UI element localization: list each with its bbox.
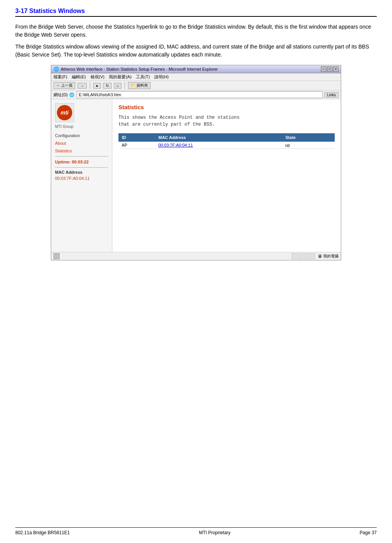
menu-tools[interactable]: 工具(T) [136,74,150,80]
row-state: up [282,142,335,149]
menu-favorites[interactable]: 我的最愛(A) [109,74,131,80]
page-header: 3-17 Statistics Windows [15,8,377,17]
sidebar: mti MTI Group Configuration About Statis… [51,99,112,252]
restore-button[interactable]: □ [327,66,332,72]
about-link[interactable]: About [55,141,108,145]
minimize-button[interactable]: − [321,66,326,72]
menu-view[interactable]: 檢視(V) [91,74,105,80]
logo-icon: mti [57,105,72,120]
sidebar-divider-2 [55,167,108,168]
sidebar-logo: mti [55,103,74,122]
description-line-2: that are currently part of the BSS. [118,122,215,127]
browser-title: Atheros Web Interface - Station Statisti… [61,67,218,71]
browser-window: 🌐 Atheros Web Interface - Station Statis… [51,65,341,260]
address-input[interactable] [77,91,322,98]
page-footer: 802.11a Bridge BR5811E1 MTI Proprietary … [15,527,377,535]
zone-icon-2 [304,253,315,259]
main-panel: Statistics This shows the Access Point a… [112,99,341,252]
group-name: MTI Group [55,124,108,129]
footer-right: Page 37 [360,530,377,535]
statusbar-right: 🖥 我的電腦 [292,253,339,259]
statusbar-left [53,253,60,259]
menu-file[interactable]: 檔案(F) [53,74,67,80]
logo-text: mti [61,110,69,116]
table-row: AP 00:03:7F:A0:04:11 up [119,142,335,149]
statusbar-zones [292,253,315,259]
mac-address-value: 00:03:7F:A0:04:11 [55,176,108,181]
links-button[interactable]: Links [324,92,339,98]
titlebar-buttons: − □ × [321,66,339,72]
page-title: 3-17 Statistics Windows [15,8,377,15]
statistics-link[interactable]: Statistics [55,149,108,153]
body-paragraph-1: From the Bridge Web Server, choose the S… [15,23,377,39]
statusbar-computer: 🖥 我的電腦 [317,254,339,259]
address-label: 網址(D) [53,92,68,98]
mac-address-label: MAC Address [55,170,108,175]
forward-button[interactable]: → [78,83,87,89]
row-mac: 00:03:7F:A0:04:11 [155,142,282,149]
sidebar-divider-1 [55,156,108,157]
uptime-label: Uptime: 00:03:22 [55,160,108,164]
row-id: AP [119,142,156,149]
computer-icon: 🖥 [317,254,322,259]
statistics-table: ID MAC Address State AP 00:03:7F:A0:04:1… [118,133,335,149]
footer-left: 802.11a Bridge BR5811E1 [15,530,70,535]
folder-button[interactable]: 📁 資料夾 [128,82,151,89]
refresh-button[interactable]: ↻ [103,83,112,89]
table-header-row: ID MAC Address State [119,134,335,142]
statistics-description: This shows the Access Point and the stat… [118,114,335,128]
browser-statusbar: 🖥 我的電腦 [51,252,341,260]
zone-icon-1 [292,253,303,259]
stop-button[interactable]: ● [93,83,101,89]
back-button[interactable]: ← 上一頁 [53,82,75,89]
earth-icon: 🌐 [69,92,75,97]
browser-titlebar: 🌐 Atheros Web Interface - Station Statis… [51,65,341,73]
statistics-heading: Statistics [118,104,335,110]
computer-label: 我的電腦 [323,254,339,259]
close-button[interactable]: × [333,66,339,72]
menu-edit[interactable]: 編輯(E) [72,74,86,80]
body-paragraph-2: The Bridge Statistics window allows view… [15,43,377,59]
footer-center: MTI Proprietary [199,530,231,535]
col-state: State [282,134,335,142]
toolbar-separator-2 [125,82,125,89]
menu-help[interactable]: 說明(H) [154,74,168,80]
browser-addressbar: 網址(D) 🌐 Links [51,90,341,99]
browser-toolbar: ← 上一頁 → ● ↻ ⌂ 📁 資料夾 [51,81,341,90]
col-mac: MAC Address [155,134,282,142]
configuration-label: Configuration [55,133,108,138]
toolbar-separator [90,82,90,89]
browser-menubar: 檔案(F) 編輯(E) 檢視(V) 我的最愛(A) 工具(T) 說明(H) [51,73,341,81]
statusbar-icon [53,253,60,259]
col-id: ID [119,134,156,142]
description-line-1: This shows the Access Point and the stat… [118,115,240,120]
browser-content: mti MTI Group Configuration About Statis… [51,99,341,252]
home-button[interactable]: ⌂ [114,83,121,89]
mac-link[interactable]: 00:03:7F:A0:04:11 [158,143,193,147]
